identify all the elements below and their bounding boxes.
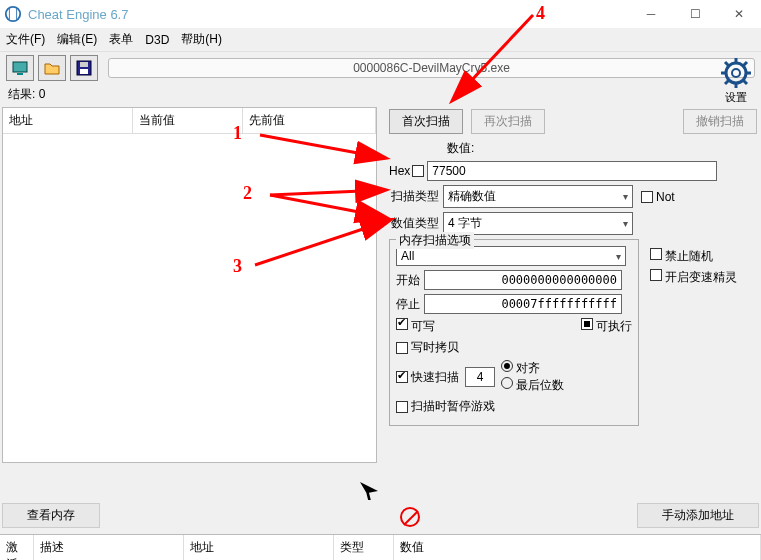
gear-icon [719, 56, 753, 90]
speedhack-checkbox[interactable] [650, 269, 662, 281]
col-current[interactable]: 当前值 [133, 108, 243, 133]
not-label: Not [656, 190, 675, 204]
menu-edit[interactable]: 编辑(E) [57, 31, 97, 48]
svg-point-7 [732, 69, 740, 77]
cow-label: 写时拷贝 [411, 339, 459, 356]
pause-game-checkbox[interactable] [396, 401, 408, 413]
settings-area[interactable]: 设置 [719, 56, 753, 105]
scan-type-combo[interactable]: 精确数值 ▾ [443, 185, 633, 208]
svg-line-12 [725, 62, 729, 66]
col-type[interactable]: 类型 [334, 535, 394, 560]
pause-game-label: 扫描时暂停游戏 [411, 398, 495, 415]
svg-line-14 [743, 62, 747, 66]
svg-rect-2 [17, 73, 23, 75]
computer-icon [11, 59, 29, 77]
svg-rect-5 [80, 69, 88, 74]
stop-icon[interactable] [400, 507, 420, 527]
minimize-button[interactable]: ─ [629, 0, 673, 28]
window-title: Cheat Engine 6.7 [28, 7, 128, 22]
writable-checkbox[interactable] [396, 318, 408, 330]
results-label: 结果: 0 [0, 84, 761, 105]
start-input[interactable] [424, 270, 622, 290]
not-checkbox[interactable] [641, 191, 653, 203]
svg-rect-4 [80, 62, 88, 67]
chevron-down-icon: ▾ [616, 251, 621, 262]
hex-checkbox[interactable] [412, 165, 424, 177]
floppy-icon [75, 59, 93, 77]
menu-d3d[interactable]: D3D [145, 33, 169, 47]
open-process-button[interactable] [6, 55, 34, 81]
mem-region-value: All [401, 249, 414, 263]
menu-file[interactable]: 文件(F) [6, 31, 45, 48]
process-name: 0000086C-DevilMayCry5.exe [353, 61, 510, 75]
results-header: 地址 当前值 先前值 [3, 108, 376, 134]
value-type-value: 4 字节 [448, 215, 482, 232]
col-address[interactable]: 地址 [3, 108, 133, 133]
executable-label: 可执行 [596, 319, 632, 333]
start-label: 开始 [396, 272, 424, 289]
memory-view-button[interactable]: 查看内存 [2, 503, 100, 528]
settings-label: 设置 [719, 90, 753, 105]
speedhack-label: 开启变速精灵 [665, 270, 737, 284]
no-random-checkbox[interactable] [650, 248, 662, 260]
undo-scan-button[interactable]: 撤销扫描 [683, 109, 757, 134]
folder-open-icon [43, 59, 61, 77]
scan-type-value: 精确数值 [448, 188, 496, 205]
fast-scan-checkbox[interactable] [396, 371, 408, 383]
copy-on-write-checkbox[interactable] [396, 342, 408, 354]
menu-bar: 文件(F) 编辑(E) 表单 D3D 帮助(H) [0, 28, 761, 52]
add-address-button[interactable]: 手动添加地址 [637, 503, 759, 528]
toolbar: 0000086C-DevilMayCry5.exe [0, 52, 761, 84]
value-label: 数值: [447, 140, 757, 157]
chevron-down-icon: ▾ [623, 191, 628, 202]
value-type-label: 数值类型 [389, 215, 439, 232]
menu-help[interactable]: 帮助(H) [181, 31, 222, 48]
stop-input[interactable] [424, 294, 622, 314]
stop-label: 停止 [396, 296, 424, 313]
no-random-label: 禁止随机 [665, 249, 713, 263]
col-desc[interactable]: 描述 [34, 535, 184, 560]
value-input[interactable] [427, 161, 717, 181]
cheat-table[interactable]: 激活 描述 地址 类型 数值 [0, 534, 761, 560]
writable-label: 可写 [411, 319, 435, 333]
executable-checkbox[interactable] [581, 318, 593, 330]
svg-line-15 [725, 80, 729, 84]
svg-line-13 [743, 80, 747, 84]
svg-rect-1 [13, 62, 27, 72]
cursor-tool-icon[interactable] [360, 482, 378, 500]
fast-scan-label: 快速扫描 [411, 369, 459, 386]
hex-label: Hex [389, 164, 410, 178]
last-digit-label: 最后位数 [516, 378, 564, 392]
menu-table[interactable]: 表单 [109, 31, 133, 48]
col-active[interactable]: 激活 [0, 535, 34, 560]
col-addr2[interactable]: 地址 [184, 535, 334, 560]
process-label: 0000086C-DevilMayCry5.exe [108, 58, 755, 78]
last-digit-radio[interactable] [501, 377, 513, 389]
memory-scan-options: 内存扫描选项 All ▾ 开始 停止 可写 可执行 写时拷贝 快 [389, 239, 639, 426]
fast-scan-value[interactable] [465, 367, 495, 387]
scan-type-label: 扫描类型 [389, 188, 439, 205]
mem-group-label: 内存扫描选项 [396, 232, 474, 249]
mem-region-combo[interactable]: All ▾ [396, 246, 626, 266]
col-previous[interactable]: 先前值 [243, 108, 376, 133]
save-button[interactable] [70, 55, 98, 81]
svg-point-0 [6, 7, 20, 21]
alignment-label: 对齐 [516, 361, 540, 375]
close-button[interactable]: ✕ [717, 0, 761, 28]
open-file-button[interactable] [38, 55, 66, 81]
alignment-radio[interactable] [501, 360, 513, 372]
results-list[interactable]: 地址 当前值 先前值 [2, 107, 377, 463]
col-value[interactable]: 数值 [394, 535, 761, 560]
next-scan-button[interactable]: 再次扫描 [471, 109, 545, 134]
title-bar: Cheat Engine 6.7 ─ ☐ ✕ [0, 0, 761, 28]
maximize-button[interactable]: ☐ [673, 0, 717, 28]
app-icon [4, 5, 22, 23]
chevron-down-icon: ▾ [623, 218, 628, 229]
first-scan-button[interactable]: 首次扫描 [389, 109, 463, 134]
